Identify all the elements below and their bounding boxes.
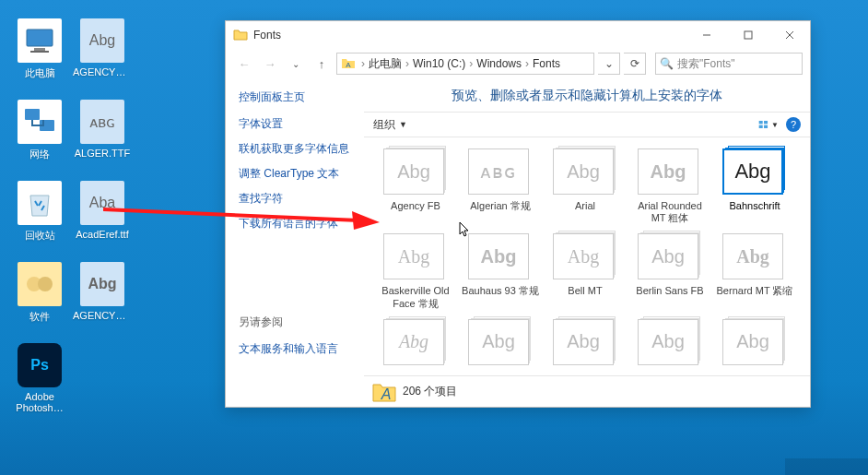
font-item[interactable]: AbgBauhaus 93 常规 xyxy=(458,232,543,311)
desktop-icon-font-acaderef[interactable]: Aba AcadEref.ttf xyxy=(76,181,129,240)
pc-icon xyxy=(18,18,62,63)
sidebar-link-text-services[interactable]: 文本服务和输入语言 xyxy=(239,341,338,357)
font-item[interactable]: Abg xyxy=(543,317,628,373)
svg-rect-13 xyxy=(764,121,768,124)
nav-up-button[interactable]: ↑ xyxy=(311,53,333,75)
font-preview: Abg xyxy=(553,148,617,195)
folder-icon xyxy=(18,262,62,306)
font-name: Bell MT xyxy=(568,285,602,297)
fonts-folder-icon: A xyxy=(371,379,397,405)
font-preview: Abg xyxy=(468,233,533,279)
maximize-button[interactable] xyxy=(727,21,768,49)
breadcrumb-dropdown[interactable]: ⌄ xyxy=(598,53,620,75)
font-item[interactable]: Abg xyxy=(373,317,458,373)
font-name: Berlin Sans FB xyxy=(636,285,703,297)
desktop-icon-font-alger[interactable]: ᴀʙɢ ALGER.TTF xyxy=(76,100,129,159)
breadcrumb-segment[interactable]: Windows xyxy=(476,57,522,70)
sidebar-link-font-settings[interactable]: 字体设置 xyxy=(239,116,351,132)
font-name: Baskerville Old Face 常规 xyxy=(375,285,456,309)
nav-forward-button[interactable]: → xyxy=(259,53,281,75)
chevron-down-icon: ▼ xyxy=(399,120,407,129)
desktop-icon-recycle[interactable]: 回收站 xyxy=(13,181,66,243)
font-name: Agency FB xyxy=(391,200,440,212)
font-preview: Abg xyxy=(468,319,533,365)
desktop-icon-label: AGENCYR… xyxy=(73,66,132,77)
svg-text:A: A xyxy=(346,61,351,69)
font-name: Bauhaus 93 常规 xyxy=(462,285,539,297)
close-button[interactable] xyxy=(768,21,810,49)
svg-rect-14 xyxy=(759,125,763,128)
font-item[interactable]: AbgAgency FB xyxy=(373,147,458,226)
breadcrumb[interactable]: A › 此电脑 › Win10 (C:) › Windows › Fonts xyxy=(336,53,594,75)
status-text: 206 个项目 xyxy=(403,384,457,399)
search-box[interactable]: 🔍 搜索"Fonts" xyxy=(655,53,803,75)
font-item[interactable]: ᴀʙɢAlgerian 常规 xyxy=(458,147,543,226)
font-preview: Abg xyxy=(553,233,617,279)
font-item[interactable]: Abg xyxy=(628,317,712,373)
fonts-folder-icon: A xyxy=(341,56,356,71)
font-item[interactable]: AbgBahnschrift xyxy=(712,147,797,226)
font-item[interactable]: AbgArial xyxy=(543,147,628,226)
font-name: Arial xyxy=(575,200,595,212)
font-preview: Abg xyxy=(383,233,448,279)
breadcrumb-segment[interactable]: Win10 (C:) xyxy=(413,57,465,70)
font-item[interactable]: AbgArial Rounded MT 粗体 xyxy=(628,147,712,226)
desktop-icon-software[interactable]: 软件 xyxy=(13,262,66,324)
svg-rect-3 xyxy=(25,109,40,120)
font-item[interactable]: AbgBernard MT 紧缩 xyxy=(712,232,797,311)
svg-rect-2 xyxy=(30,51,49,53)
sidebar-link-online-fonts[interactable]: 联机获取更多字体信息 xyxy=(239,141,351,157)
sidebar-link-charmap[interactable]: 查找字符 xyxy=(239,191,351,207)
font-file-icon: ᴀʙɢ xyxy=(80,100,124,144)
desktop-icon-label: AGENCYB… xyxy=(73,310,132,321)
desktop-icon-network[interactable]: 网络 xyxy=(13,100,66,161)
font-preview: Abg xyxy=(638,148,702,195)
help-button[interactable]: ? xyxy=(786,117,801,132)
svg-rect-0 xyxy=(27,30,53,46)
font-file-icon: Aba xyxy=(80,181,124,225)
network-icon xyxy=(18,100,62,144)
font-preview: ᴀʙɢ xyxy=(468,148,533,195)
titlebar[interactable]: Fonts xyxy=(226,21,810,49)
font-preview: Abg xyxy=(722,148,787,195)
font-item[interactable]: AbgBell MT xyxy=(543,232,628,311)
font-preview: Abg xyxy=(383,148,448,195)
refresh-button[interactable]: ⟳ xyxy=(624,53,646,75)
folder-icon xyxy=(233,28,248,42)
font-preview: Abg xyxy=(638,319,702,365)
sidebar: 控制面板主页 字体设置 联机获取更多字体信息 调整 ClearType 文本 查… xyxy=(226,78,364,407)
organize-button[interactable]: 组织 ▼ xyxy=(373,117,407,133)
font-item[interactable]: AbgBerlin Sans FB xyxy=(628,232,712,311)
window-buttons xyxy=(686,21,810,49)
nav-back-button[interactable]: ← xyxy=(233,53,255,75)
desktop-icon-font-agencyr[interactable]: Abg AGENCYR… xyxy=(76,18,129,77)
font-item[interactable]: Abg xyxy=(458,317,543,373)
font-name: Bernard MT 紧缩 xyxy=(717,285,793,297)
desktop-icon-font-agencyb[interactable]: Abg AGENCYB… xyxy=(76,262,129,321)
desktop-icon-this-pc[interactable]: 此电脑 xyxy=(13,18,66,80)
breadcrumb-segment[interactable]: 此电脑 xyxy=(369,56,402,72)
view-options-button[interactable]: ▼ xyxy=(758,116,779,133)
sidebar-link-cleartype[interactable]: 调整 ClearType 文本 xyxy=(239,166,351,182)
minimize-button[interactable] xyxy=(686,21,727,49)
svg-rect-15 xyxy=(764,125,768,128)
font-preview: Abg xyxy=(722,319,787,365)
font-item[interactable]: AbgBaskerville Old Face 常规 xyxy=(373,232,458,311)
font-item[interactable]: Abg xyxy=(712,317,797,373)
sidebar-title: 控制面板主页 xyxy=(239,89,351,105)
font-name: Bahnschrift xyxy=(729,200,780,212)
font-file-icon: Abg xyxy=(80,262,124,306)
desktop-icon-label: 此电脑 xyxy=(25,66,55,80)
breadcrumb-segment[interactable]: Fonts xyxy=(533,57,560,70)
ps-icon: Ps xyxy=(18,343,62,387)
taskbar[interactable] xyxy=(785,458,868,475)
recycle-icon xyxy=(18,181,62,225)
search-icon: 🔍 xyxy=(660,57,674,70)
address-bar: ← → ⌄ ↑ A › 此电脑 › Win10 (C:) › Windows ›… xyxy=(226,49,810,78)
font-file-icon: Abg xyxy=(80,18,124,63)
sidebar-link-download-all[interactable]: 下载所有语言的字体 xyxy=(239,216,351,232)
desktop-icon-photoshop[interactable]: Ps Adobe Photosh… xyxy=(13,343,66,413)
desktop-icon-label: 回收站 xyxy=(25,229,55,243)
desktop-icon-label: Adobe Photosh… xyxy=(13,391,66,413)
nav-recent-button[interactable]: ⌄ xyxy=(285,53,307,75)
